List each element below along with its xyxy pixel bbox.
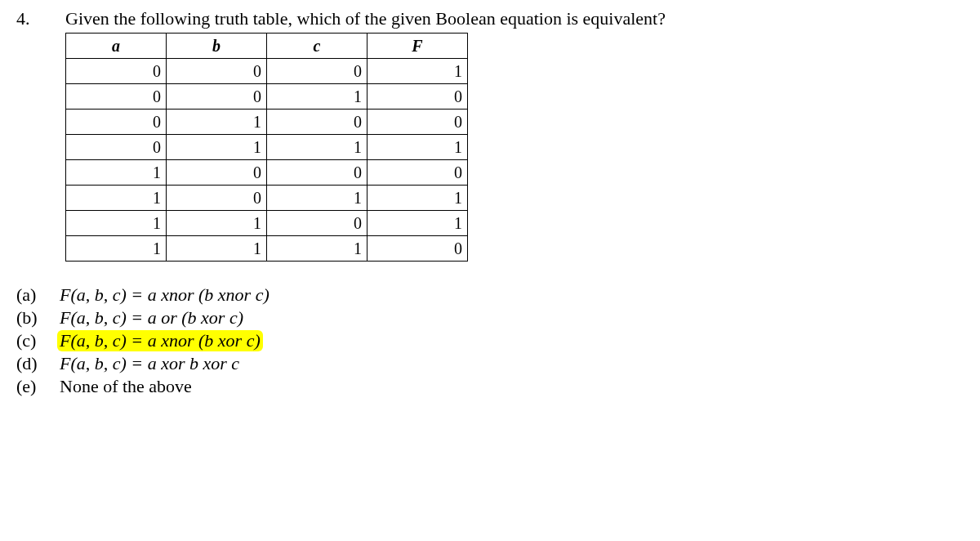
option-row: (e)None of the above [16, 376, 964, 397]
table-cell: 1 [368, 186, 468, 211]
table-cell: 1 [267, 236, 368, 262]
table-row: 1101 [66, 211, 468, 236]
table-cell: 1 [368, 135, 468, 160]
table-row: 1011 [66, 186, 468, 211]
option-label: (d) [16, 353, 57, 374]
table-cell: 1 [167, 110, 267, 135]
option-label: (a) [16, 284, 57, 306]
truth-table: a b c F 00010010010001111000101111011110 [65, 33, 468, 262]
table-cell: 0 [368, 160, 468, 186]
option-text: F(a, b, c) = a xnor (b xor c) [57, 330, 263, 351]
table-cell: 0 [66, 135, 167, 160]
table-row: 1000 [66, 160, 468, 186]
table-cell: 0 [267, 160, 368, 186]
option-text: None of the above [57, 376, 194, 397]
table-cell: 0 [66, 59, 167, 84]
table-row: 0100 [66, 110, 468, 135]
table-cell: 1 [368, 59, 468, 84]
option-row: (d)F(a, b, c) = a xor b xor c [16, 353, 964, 374]
table-cell: 0 [66, 84, 167, 110]
table-cell: 1 [66, 211, 167, 236]
table-header-row: a b c F [66, 34, 468, 59]
table-cell: 0 [167, 186, 267, 211]
table-cell: 0 [167, 160, 267, 186]
option-text: F(a, b, c) = a xnor (b xnor c) [57, 284, 272, 306]
col-header: b [167, 34, 267, 59]
table-row: 0001 [66, 59, 468, 84]
option-label: (e) [16, 376, 57, 397]
options-list: (a)F(a, b, c) = a xnor (b xnor c)(b)F(a,… [16, 284, 964, 397]
table-cell: 0 [267, 211, 368, 236]
table-row: 0111 [66, 135, 468, 160]
table-cell: 1 [66, 236, 167, 262]
table-cell: 1 [267, 135, 368, 160]
col-header: c [267, 34, 368, 59]
question-number: 4. [16, 8, 65, 29]
question-text: Given the following truth table, which o… [65, 8, 964, 29]
table-cell: 1 [167, 236, 267, 262]
table-row: 1110 [66, 236, 468, 262]
table-cell: 0 [167, 84, 267, 110]
option-row: (b)F(a, b, c) = a or (b xor c) [16, 307, 964, 329]
table-cell: 0 [267, 59, 368, 84]
table-cell: 0 [368, 236, 468, 262]
option-label: (c) [16, 330, 57, 351]
table-cell: 1 [368, 211, 468, 236]
table-cell: 0 [167, 59, 267, 84]
table-cell: 1 [167, 135, 267, 160]
table-cell: 0 [267, 110, 368, 135]
option-row: (a)F(a, b, c) = a xnor (b xnor c) [16, 284, 964, 306]
option-text: F(a, b, c) = a or (b xor c) [57, 307, 246, 329]
option-label: (b) [16, 307, 57, 329]
col-header: F [368, 34, 468, 59]
table-cell: 1 [66, 160, 167, 186]
option-row: (c)F(a, b, c) = a xnor (b xor c) [16, 330, 964, 351]
option-text: F(a, b, c) = a xor b xor c [57, 353, 242, 374]
table-cell: 0 [66, 110, 167, 135]
table-cell: 0 [368, 84, 468, 110]
table-cell: 1 [267, 186, 368, 211]
table-cell: 1 [167, 211, 267, 236]
table-cell: 1 [66, 186, 167, 211]
table-cell: 0 [368, 110, 468, 135]
col-header: a [66, 34, 167, 59]
table-cell: 1 [267, 84, 368, 110]
table-row: 0010 [66, 84, 468, 110]
